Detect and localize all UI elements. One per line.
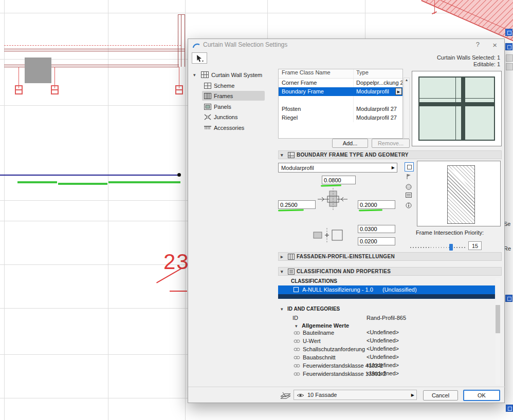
flag-icon[interactable] <box>405 173 413 181</box>
popup-arrow-icon: ▶ <box>392 165 395 170</box>
edge-tool-icon[interactable] <box>506 54 513 62</box>
edge-tool-icon[interactable] <box>505 295 512 302</box>
preview-mullion <box>461 78 465 140</box>
property-value[interactable]: <Undefined> <box>367 370 399 376</box>
id-label: ID <box>292 315 298 321</box>
id-value-field[interactable]: Rand-Profil-865 <box>367 315 406 321</box>
cell-type: Modularprofil 27 <box>354 105 402 113</box>
tree-item-junctions[interactable]: Junctions <box>204 112 237 122</box>
hatched-profile <box>447 165 475 224</box>
edge-tool-icon[interactable] <box>505 43 512 50</box>
property-value[interactable]: <Undefined> <box>367 362 399 368</box>
chevron-down-icon[interactable]: ▾ <box>281 269 286 274</box>
frame-class-table[interactable]: Frame Class Name Type Corner Frame Doppe… <box>278 69 403 139</box>
property-label: Bauteilname <box>303 330 334 336</box>
priority-slider[interactable] <box>410 247 466 248</box>
cell-type <box>354 96 402 105</box>
allgemeine-werte-group[interactable]: ▾ Allgemeine Werte <box>295 322 349 329</box>
frame-depth-right-field[interactable] <box>358 200 395 209</box>
close-button[interactable]: × <box>492 41 497 49</box>
dialog-titlebar[interactable]: Curtain Wall Selection Settings <box>188 39 504 50</box>
property-link-icon <box>294 339 300 343</box>
table-row[interactable]: Corner Frame Doppelpr...ckung 27 <box>279 79 402 87</box>
table-row[interactable]: Riegel Modularprofil 27 <box>279 113 402 122</box>
view-2d-toggle-icon[interactable] <box>405 162 414 171</box>
chevron-down-icon[interactable]: ▾ <box>281 152 286 158</box>
id-categories-group[interactable]: ▾ ID AND CATEGORIES <box>281 306 340 312</box>
cancel-button[interactable]: Cancel <box>423 390 458 400</box>
section-header-fassaden-profil[interactable]: ▸ FASSADEN-PROFIL-EINSTELLUNGEN <box>278 252 502 261</box>
help-button[interactable]: ? <box>476 41 480 48</box>
slider-handle[interactable] <box>449 244 453 251</box>
tree-item-scheme[interactable]: Scheme <box>204 81 234 90</box>
tree-item-accessories[interactable]: Accessories <box>204 123 244 132</box>
tree-item-panels[interactable]: Panels <box>204 102 231 111</box>
table-row-selected[interactable]: Boundary Frame Modularprofil ▶ <box>279 87 402 96</box>
profile-select-value: Modularprofil <box>281 165 314 171</box>
3d-sphere-icon[interactable] <box>405 183 413 191</box>
list-view-icon[interactable] <box>405 191 413 199</box>
frame-width-top-field[interactable] <box>322 176 356 184</box>
property-row[interactable]: Bauteilname <box>294 329 334 337</box>
remove-button[interactable]: Remove... <box>372 139 410 148</box>
property-value[interactable]: <Undefined> <box>367 346 399 352</box>
panels-icon <box>204 104 211 110</box>
edge-tool-icon[interactable] <box>505 29 512 36</box>
fassaden-profil-icon <box>288 254 295 260</box>
frame-depth-left-field[interactable] <box>278 200 316 209</box>
wall-line <box>178 14 178 67</box>
classification-row-selected[interactable]: A-NULL Klassifizierung - 1.0 (Unclassifi… <box>278 285 495 294</box>
add-button[interactable]: Add... <box>332 139 368 148</box>
layer-icon[interactable] <box>280 391 292 400</box>
property-row[interactable]: Bauabschnitt <box>294 353 336 361</box>
chevron-down-icon[interactable]: ▾ <box>281 307 286 312</box>
preview-glass <box>418 77 495 141</box>
profile-select[interactable]: Modularprofil ▶ <box>278 163 397 173</box>
section-header-boundary-frame[interactable]: ▾ BOUNDARY FRAME TYPE AND GEOMETRY <box>278 150 502 159</box>
property-value[interactable]: <Undefined> <box>367 329 399 335</box>
edge-tool-icon[interactable] <box>506 63 513 70</box>
section-title: BOUNDARY FRAME TYPE AND GEOMETRY <box>297 152 409 158</box>
classification-checkbox[interactable] <box>294 287 299 292</box>
preview-thin-mullion <box>455 78 456 140</box>
table-scrollbar[interactable]: ▲ <box>404 78 410 139</box>
section-header-classification[interactable]: ▾ CLASSIFICATION AND PROPERTIES <box>278 267 502 276</box>
curtain-wall-preview <box>412 71 502 146</box>
property-value[interactable]: <Undefined> <box>367 337 399 343</box>
ok-button[interactable]: OK <box>463 390 500 401</box>
property-row[interactable]: Schallschutzanforderung <box>294 345 365 353</box>
axis-dashed-line <box>4 45 181 46</box>
table-row[interactable] <box>279 96 402 105</box>
frame-inset-b-field[interactable] <box>358 237 395 245</box>
chevron-down-icon[interactable]: ▾ <box>295 323 300 329</box>
table-header[interactable]: Frame Class Name Type <box>279 69 402 79</box>
table-row[interactable]: Pfosten Modularprofil 27 <box>279 105 402 113</box>
tree-item-label: Frames <box>214 93 233 99</box>
cell-type: Modularprofil 27 <box>354 113 402 122</box>
scrollbar-thumb[interactable] <box>496 305 500 333</box>
column-header-name[interactable]: Frame Class Name <box>279 69 354 78</box>
tree-root-curtain-wall-system[interactable]: ▾ Curtain Wall System <box>193 70 262 80</box>
tree-item-label: Panels <box>214 104 231 110</box>
frame-inset-a-field[interactable] <box>358 225 395 233</box>
property-value[interactable]: <Undefined> <box>367 354 399 360</box>
chevron-right-icon[interactable]: ▸ <box>281 254 286 259</box>
row-popup-arrow[interactable]: ▶ <box>395 88 402 95</box>
selection-tool-button[interactable] <box>192 52 207 64</box>
info-icon[interactable] <box>405 201 413 209</box>
chevron-down-icon[interactable]: ▾ <box>193 72 198 78</box>
classification-row-partial[interactable] <box>278 294 495 299</box>
property-label: Bauabschnitt <box>303 354 336 360</box>
column-header-type[interactable]: Type <box>354 69 402 78</box>
green-curtain-wall-line <box>108 181 180 183</box>
curtain-wall-system-icon <box>201 71 209 78</box>
priority-value-field[interactable]: 15 <box>468 241 482 250</box>
scheme-icon <box>204 83 211 89</box>
column-symbol <box>51 85 59 94</box>
grid-line <box>365 0 365 39</box>
properties-scrollbar[interactable] <box>496 278 500 385</box>
edge-tool-icon[interactable] <box>506 405 513 412</box>
property-row[interactable]: U-Wert <box>294 337 321 345</box>
layer-select[interactable]: 10 Fassade ▶ <box>294 390 417 400</box>
tree-item-frames[interactable]: Frames <box>202 91 265 101</box>
